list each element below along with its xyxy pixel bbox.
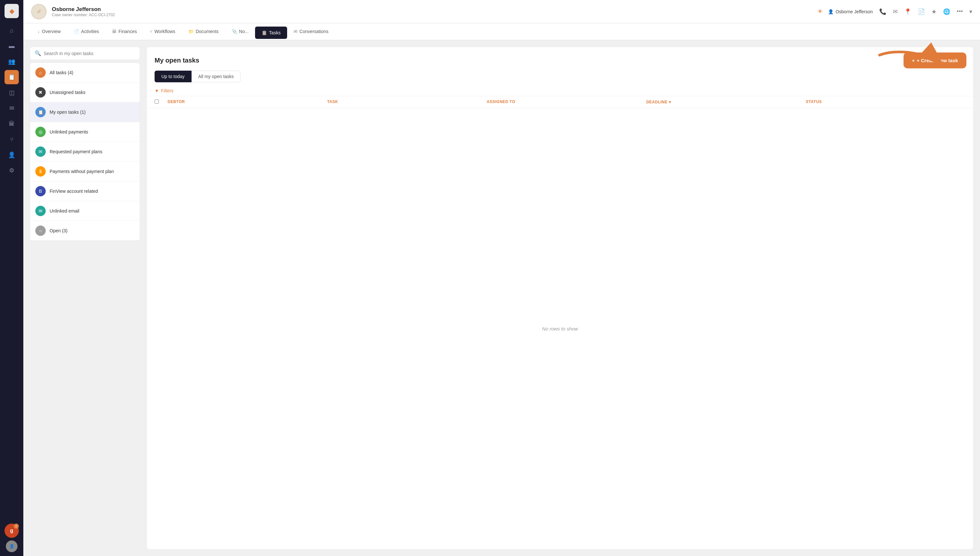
nav-branch[interactable]: ⑂ [5, 132, 19, 147]
tab-documents-label: Documents [196, 29, 219, 34]
content-area: 🔍 ⌂ All tasks (4) ✖ Unassigned tasks 📋 M… [23, 40, 980, 556]
col-checkbox [155, 99, 168, 105]
header-user-name: Osborne Jefferson [836, 9, 873, 14]
document-icon[interactable]: 📄 [918, 8, 925, 15]
my-open-icon: 📋 [35, 107, 46, 117]
table-header: DEBTOR TASK ASSIGNED TO DEADLINE ▾ STATU… [147, 96, 973, 108]
tab-conversations[interactable]: ✉ Conversations [287, 23, 335, 40]
left-navigation: ◆ ⌂ ▬ 👥 📋 ◫ ✉ 🏛 ⑂ 👤 ⚙ g 2 👤 [0, 0, 23, 556]
nav-people[interactable]: 👥 [5, 55, 19, 69]
user-avatar[interactable]: 👤 [6, 540, 18, 552]
open-icon: ○ [35, 226, 46, 236]
tab-finances-label: Finances [119, 29, 137, 34]
location-icon[interactable]: 📍 [904, 8, 911, 15]
col-deadline[interactable]: DEADLINE ▾ [646, 99, 805, 105]
unassigned-label: Unassigned tasks [50, 90, 86, 95]
sidebar-item-finview[interactable]: B FinView account related [30, 181, 140, 201]
chevron-down-icon[interactable]: ▾ [969, 8, 972, 15]
tab-overview[interactable]: ↓ Overview [31, 23, 67, 40]
sidebar-item-requested-plans[interactable]: ✉ Requested payment plans [30, 142, 140, 162]
nav-home[interactable]: ⌂ [5, 23, 19, 37]
tab-activities[interactable]: 📄 Activities [67, 23, 105, 40]
all-tasks-icon: ⌂ [35, 67, 46, 78]
search-icon: 🔍 [35, 50, 41, 57]
my-open-label: My open tasks (1) [50, 110, 86, 115]
mail-icon[interactable]: ✉ [893, 8, 898, 15]
phone-icon[interactable]: 📞 [879, 8, 886, 15]
payments-no-plan-icon: $ [35, 166, 46, 176]
unlinked-email-icon: ✉ [35, 206, 46, 216]
sidebar-item-unlinked-payments[interactable]: ◎ Unlinked payments [30, 122, 140, 142]
user-icon: 👤 [828, 9, 833, 14]
no-rows-message: No rows to show [147, 108, 973, 549]
search-box[interactable]: 🔍 [30, 47, 140, 60]
unlinked-email-label: Unlinked email [50, 208, 79, 213]
tab-finances[interactable]: 🏛 Finances [106, 23, 144, 40]
tasks-tab-icon: 📋 [262, 30, 267, 35]
unlinked-payments-icon: ◎ [35, 127, 46, 137]
create-task-label: + Create new task [917, 58, 958, 63]
sidebar-list: ⌂ All tasks (4) ✖ Unassigned tasks 📋 My … [30, 63, 140, 241]
globe-icon[interactable]: 🌐 [943, 8, 950, 15]
plus-icon: + [912, 58, 915, 63]
nav-building[interactable]: 🏛 [5, 116, 19, 131]
main-content: My open tasks + + Create new task Up to … [147, 47, 974, 550]
case-number: Case owner number: ACC-DCI-2702 [52, 13, 810, 17]
tasks-title: My open tasks [155, 57, 199, 64]
notification-badge[interactable]: g 2 [5, 524, 19, 538]
badge-count: 2 [14, 524, 19, 529]
tab-all-open[interactable]: All my open tasks [191, 71, 241, 82]
finview-icon: B [35, 186, 46, 196]
workflows-icon: ⑂ [150, 29, 152, 34]
case-info: Osborne Jefferson Case owner number: ACC… [52, 6, 810, 17]
tab-tasks-label: Tasks [269, 30, 281, 35]
sidebar-item-all-tasks[interactable]: ⌂ All tasks (4) [30, 63, 140, 82]
col-assigned-to: ASSIGNED TO [487, 99, 646, 105]
sidebar-item-open[interactable]: ○ Open (3) [30, 221, 140, 241]
payments-no-plan-label: Payments without payment plan [50, 169, 114, 174]
tab-tasks[interactable]: 📋 Tasks [255, 27, 287, 39]
tab-notes[interactable]: 📎 No... [225, 23, 256, 40]
nav-briefcase[interactable]: ▬ [5, 39, 19, 53]
nav-mail[interactable]: ✉ [5, 101, 19, 115]
tab-overview-label: Overview [42, 29, 61, 34]
case-avatar-symbol: ♂ [36, 8, 42, 16]
select-all-checkbox[interactable] [155, 99, 159, 104]
unassigned-icon: ✖ [35, 87, 46, 97]
documents-icon: 📁 [188, 29, 194, 34]
filters-row: ▼ Filters [147, 86, 973, 96]
tab-workflows[interactable]: ⑂ Workflows [143, 23, 181, 40]
filters-button[interactable]: ▼ Filters [155, 88, 173, 93]
tab-up-to-today[interactable]: Up to today [155, 71, 191, 82]
sort-icon: ▾ [669, 100, 671, 104]
tab-activities-label: Activities [81, 29, 99, 34]
sidebar-item-unassigned[interactable]: ✖ Unassigned tasks [30, 82, 140, 102]
nav-stack[interactable]: ◫ [5, 86, 19, 100]
finview-label: FinView account related [50, 189, 98, 194]
eye-icon[interactable]: 👁 [818, 9, 823, 15]
create-new-task-button[interactable]: + + Create new task [904, 53, 965, 67]
activities-icon: 📄 [74, 29, 79, 34]
sidebar-item-payments-no-plan[interactable]: $ Payments without payment plan [30, 162, 140, 181]
nav-tasks[interactable]: 📋 [5, 70, 19, 84]
nav-groups[interactable]: 👤 [5, 148, 19, 162]
col-debtor: DEBTOR [168, 99, 327, 105]
sidebar-item-unlinked-email[interactable]: ✉ Unlinked email [30, 201, 140, 221]
overview-icon: ↓ [37, 29, 40, 34]
sidebar-item-my-open[interactable]: 📋 My open tasks (1) [30, 102, 140, 122]
filter-icon: ▼ [155, 88, 159, 93]
header-actions: 📞 ✉ 📍 📄 ★ 🌐 ••• ▾ [879, 8, 972, 15]
main-area: ♂ Osborne Jefferson Case owner number: A… [23, 0, 980, 556]
tab-workflows-label: Workflows [154, 29, 175, 34]
unlinked-payments-label: Unlinked payments [50, 129, 88, 134]
sidebar: 🔍 ⌂ All tasks (4) ✖ Unassigned tasks 📋 M… [30, 47, 140, 550]
case-avatar: ♂ [31, 4, 47, 19]
nav-settings[interactable]: ⚙ [5, 163, 19, 178]
search-input[interactable] [44, 51, 135, 56]
create-task-btn-wrapper: + + Create new task [904, 53, 965, 67]
star-icon[interactable]: ★ [931, 8, 936, 15]
tasks-header: My open tasks + + Create new task [147, 47, 973, 71]
more-icon[interactable]: ••• [957, 8, 963, 15]
app-logo[interactable]: ◆ [5, 4, 19, 18]
tab-documents[interactable]: 📁 Documents [182, 23, 225, 40]
